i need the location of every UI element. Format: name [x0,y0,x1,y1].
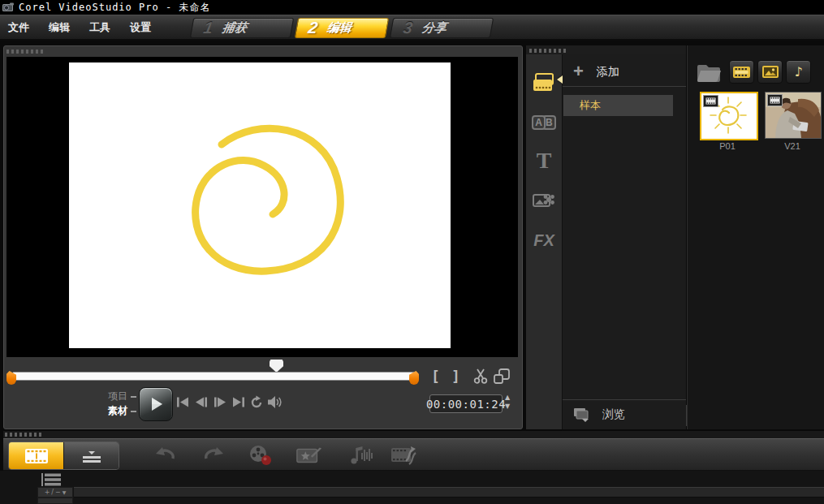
clip-mode-label: 素材 [108,404,127,418]
project-mode-toggle[interactable]: 项目 [108,390,136,403]
redo-button[interactable] [201,444,228,467]
mark-out-button[interactable]: ] [451,368,460,385]
timecode-spin-up[interactable]: ▲ [503,394,512,402]
go-to-start-button[interactable] [175,395,191,409]
tab-share[interactable]: 3 分享 [390,18,494,38]
menu-edit[interactable]: 编辑 [49,20,70,35]
timeline-view-icon [81,449,102,463]
sample-folder-label: 样本 [580,98,601,113]
go-to-end-button[interactable] [231,395,247,409]
tab-capture-number: 1 [202,19,214,37]
video-clip-badge-icon [703,95,718,107]
previous-frame-button[interactable] [193,395,209,409]
thumbnail-P01[interactable] [700,92,758,140]
media-category-button[interactable] [529,68,559,97]
auto-music-button[interactable] [390,444,417,467]
track-options-caret-icon: ▼ [63,489,67,495]
timecode-value: 00:00:01:24 [426,398,506,411]
timeline-ruler[interactable] [74,487,824,498]
panel-grip [529,49,568,53]
video-canvas [69,62,451,348]
panel-grip [6,50,45,54]
plus-icon: + [573,61,584,82]
spiral-drawing [69,62,451,348]
tab-edit[interactable]: 2 编辑 [295,18,389,38]
tab-capture-label: 捕获 [221,20,248,36]
track-list-icon [41,473,63,486]
browse-button[interactable]: 浏览 [563,399,686,429]
tab-edit-number: 2 [307,19,319,37]
sound-mixer-button[interactable] [347,444,374,467]
sample-folder-item[interactable]: 样本 [563,95,673,116]
graphic-category-button[interactable] [529,186,559,215]
fx-icon: FX [533,231,554,250]
undo-icon [153,446,177,465]
record-capture-option-button[interactable] [247,444,274,467]
clip-mode-toggle[interactable]: 素材 [108,404,136,418]
audio-filter-icon: ♪ [794,66,802,79]
toolbar [3,438,824,471]
app-icon [2,2,15,12]
auto-music-icon [390,445,417,466]
enlarge-preview-button[interactable] [493,368,511,385]
browse-folder-icon[interactable] [696,61,722,83]
tab-share-label: 分享 [421,20,447,36]
next-frame-button[interactable] [212,395,228,409]
library-category-column: A B T FX [526,54,563,429]
video-clip-badge-icon [767,94,783,106]
transition-ab-icon: A [532,115,546,130]
show-audio-filter-button[interactable]: ♪ [786,60,811,84]
dash [131,396,136,398]
library-folder-list: + 添加 样本 浏览 [563,54,686,429]
dash [131,411,136,412]
filter-category-button[interactable]: FX [529,226,559,255]
timeline-view-button[interactable] [63,442,119,469]
videostudio-window: { "colors": { "accent_gold": "#f0b400", … [0,0,824,504]
instant-project-icon [296,445,323,466]
menu-file[interactable]: 文件 [8,20,29,35]
add-track-icon: + [45,489,50,496]
show-photos-filter-button[interactable] [757,60,783,84]
media-gallery-panel: ♪ [687,45,824,429]
film-reel-icon [248,445,274,466]
timecode-field[interactable]: 00:00:01:24 [429,394,503,413]
window-title: Corel VideoStudio Pro - 未命名 [19,1,210,15]
mark-in-button[interactable]: [ [431,368,440,385]
repeat-button[interactable] [248,395,265,409]
menu-bar: 文件 编辑 工具 设置 1 捕获 2 编辑 3 分享 [0,15,824,41]
transition-category-button[interactable]: A B [529,108,559,137]
play-button[interactable] [139,387,173,421]
graphic-icon [533,192,555,209]
track-add-remove-controls[interactable]: + / − ▼ [37,487,73,498]
tab-capture[interactable]: 1 捕获 [190,18,294,38]
toolbar-panel [3,431,824,471]
tab-share-number: 3 [402,19,414,37]
timecode-spin-down[interactable]: ▼ [503,403,512,411]
volume-button[interactable] [266,395,283,409]
redo-icon [202,446,226,465]
add-folder-button[interactable]: + 添加 [563,58,686,87]
scrubber-bar[interactable] [12,372,415,381]
track-manager-button[interactable] [41,472,65,486]
menu-settings[interactable]: 设置 [130,20,151,35]
preview-panel: [ ] 项目 素材 [3,45,523,429]
storyboard-view-button[interactable] [9,442,63,469]
video-filter-icon [733,66,750,79]
title-category-button[interactable]: T [529,146,559,175]
undo-button[interactable] [151,444,179,467]
menu-items: 文件 编辑 工具 设置 [8,15,151,39]
library-navigation-panel: A B T FX + 添加 样本 [526,45,686,429]
playhead-marker[interactable] [270,360,283,373]
show-videos-filter-button[interactable] [729,60,754,84]
menu-tools[interactable]: 工具 [89,20,110,35]
thumbnail-label: V21 [764,141,821,151]
slash-divider: / [51,489,54,496]
play-icon [147,395,165,413]
thumbnail-label: P01 [699,141,756,151]
video-display-area [6,57,518,357]
media-icon [533,73,555,93]
thumbnail-V21[interactable] [765,92,822,139]
photo-filter-icon [762,66,779,78]
split-clip-scissors-button[interactable] [472,368,490,385]
instant-project-button[interactable] [296,444,323,467]
